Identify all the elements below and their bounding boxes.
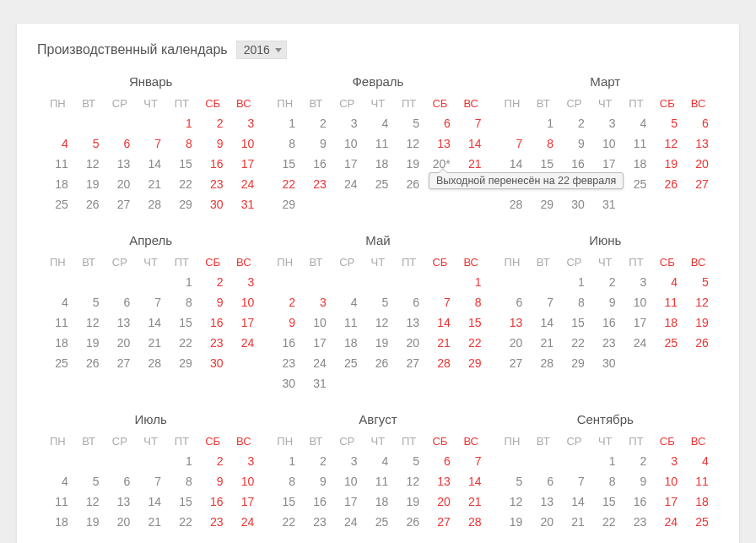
day-cell[interactable]: 11 [683,471,714,491]
day-cell[interactable]: 13 [527,491,559,512]
day-cell[interactable]: 18 [651,312,683,333]
day-cell[interactable]: 1 [456,272,487,292]
day-cell[interactable]: 7 [135,133,166,154]
day-cell[interactable]: 24 [621,333,652,353]
day-cell[interactable]: 11 [363,133,394,154]
day-cell[interactable]: 1 [527,113,559,133]
day-cell[interactable]: 8 [269,133,300,154]
day-cell[interactable]: 6 [683,113,714,133]
day-cell[interactable]: 28 [135,353,166,373]
day-cell[interactable]: 29 [269,194,300,214]
day-cell[interactable]: 10 [332,133,363,154]
day-cell[interactable]: 7 [559,471,590,491]
day-cell[interactable]: 15 [166,154,197,174]
day-cell[interactable]: 28 [497,194,528,214]
day-cell[interactable]: 6 [105,133,136,154]
day-cell[interactable]: 9 [197,133,229,154]
day-cell[interactable]: 9 [197,471,229,491]
day-cell[interactable]: 26 [393,512,424,532]
day-cell[interactable]: 1 [269,113,300,133]
day-cell[interactable]: 2 [300,451,332,471]
day-cell[interactable]: 14 [135,491,166,512]
day-cell[interactable]: 29 [456,353,487,373]
day-cell[interactable]: 13 [393,312,424,333]
day-cell[interactable]: 2 [300,113,332,133]
day-cell[interactable]: 8 [166,133,197,154]
day-cell[interactable]: 1 [590,451,621,471]
day-cell[interactable]: 5 [73,292,105,312]
day-cell[interactable]: 9 [269,312,300,333]
day-cell[interactable]: 25 [363,174,394,194]
day-cell[interactable]: 17 [300,333,332,353]
day-cell[interactable]: 12 [497,491,528,512]
day-cell[interactable]: 25 [42,353,73,373]
day-cell[interactable]: 6 [424,113,456,133]
day-cell[interactable]: 7 [424,292,456,312]
day-cell[interactable]: 2 [197,113,229,133]
day-cell[interactable]: 13 [105,312,136,333]
day-cell[interactable]: 6 [527,471,559,491]
day-cell[interactable]: 14 [559,491,590,512]
day-cell[interactable]: 23 [621,512,652,532]
day-cell[interactable]: 19 [73,512,105,532]
day-cell[interactable]: 11 [332,312,363,333]
day-cell[interactable]: 24 [229,174,260,194]
day-cell[interactable]: 13 [424,471,456,491]
day-cell[interactable]: 2 [621,451,652,471]
day-cell[interactable]: 3 [621,272,652,292]
day-cell[interactable]: 3 [590,113,621,133]
day-cell[interactable]: 15 [269,491,300,512]
day-cell[interactable]: 21 [456,154,487,174]
day-cell[interactable]: 19 [683,312,714,333]
day-cell[interactable]: 18 [42,174,73,194]
day-cell[interactable]: 16 [590,312,621,333]
day-cell[interactable]: 6 [424,451,456,471]
day-cell[interactable]: 6 [393,292,424,312]
day-cell[interactable]: 25 [651,333,683,353]
day-cell[interactable]: 22 [456,333,487,353]
day-cell[interactable]: 10 [651,471,683,491]
day-cell[interactable]: 26 [393,174,424,194]
day-cell[interactable]: 7 [135,471,166,491]
day-cell[interactable]: 12 [651,133,683,154]
day-cell[interactable]: 8 [527,133,559,154]
day-cell[interactable]: 4 [651,272,683,292]
day-cell[interactable]: 9 [300,133,332,154]
day-cell[interactable]: 26 [683,333,714,353]
day-cell[interactable]: 18 [683,491,714,512]
day-cell[interactable]: 14 [497,154,528,174]
day-cell[interactable]: 10 [332,471,363,491]
day-cell[interactable]: 13 [424,133,456,154]
day-cell[interactable]: 16 [559,154,590,174]
day-cell[interactable]: 27 [497,353,528,373]
day-cell[interactable]: 18 [42,512,73,532]
day-cell[interactable]: 12 [683,292,714,312]
day-cell[interactable]: 7 [135,292,166,312]
day-cell[interactable]: 19 [393,491,424,512]
day-cell[interactable]: 4 [42,292,73,312]
day-cell[interactable]: 4 [621,113,652,133]
day-cell[interactable]: 25 [363,512,394,532]
day-cell[interactable]: 22 [269,174,300,194]
day-cell[interactable]: 11 [42,312,73,333]
day-cell[interactable]: 31 [229,194,260,214]
day-cell[interactable]: 11 [621,133,652,154]
day-cell[interactable]: 15 [269,154,300,174]
day-cell[interactable]: 23 [300,512,332,532]
day-cell[interactable]: 24 [332,512,363,532]
day-cell[interactable]: 29 [559,353,590,373]
day-cell[interactable]: 2 [197,451,229,471]
day-cell[interactable]: 7 [456,451,487,471]
day-cell[interactable]: 27 [105,353,136,373]
day-cell[interactable]: 19 [363,333,394,353]
day-cell[interactable]: 8 [166,292,197,312]
day-cell[interactable]: 18 [332,333,363,353]
day-cell[interactable]: 25 [42,194,73,214]
day-cell[interactable]: 21 [424,333,456,353]
day-cell[interactable]: 11 [42,491,73,512]
day-cell[interactable]: 9 [300,471,332,491]
day-cell[interactable]: 16 [300,491,332,512]
day-cell[interactable]: 1 [166,113,197,133]
day-cell[interactable]: 30 [269,373,300,394]
day-cell[interactable]: 9 [197,292,229,312]
